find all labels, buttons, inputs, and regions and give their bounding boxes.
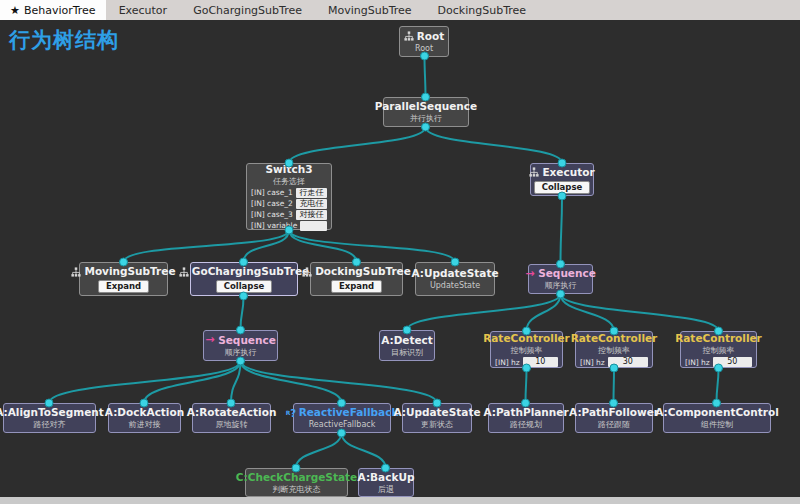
port-value-input[interactable] bbox=[300, 221, 327, 231]
node-switch3[interactable]: Switch3 任务选择 [IN] case_1 行走任务 [IN] case_… bbox=[246, 163, 332, 230]
node-title: Executor bbox=[542, 166, 594, 179]
tab-dockingsubtree[interactable]: DockingSubTree bbox=[425, 0, 539, 20]
node-subtitle: 顺序执行 bbox=[545, 281, 577, 291]
node-title: ReactiveFallback bbox=[299, 406, 399, 419]
port-label: [IN] hz bbox=[685, 358, 710, 367]
node-title: A:AlignToSegment bbox=[0, 406, 104, 419]
expand-button[interactable]: Expand bbox=[331, 280, 382, 293]
edge bbox=[49, 361, 241, 403]
tab-label: GoChargingSubTree bbox=[193, 4, 302, 17]
node-reactive-fallback[interactable]: R? ReactiveFallback ReactiveFallback bbox=[293, 403, 391, 433]
node-subtitle: Root bbox=[415, 44, 433, 54]
node-subtitle: 前进对接 bbox=[129, 420, 161, 430]
node-docking-subtree[interactable]: DockingSubTree Expand bbox=[310, 262, 403, 296]
edge bbox=[289, 230, 357, 262]
question-icon: R? bbox=[286, 408, 296, 418]
edge bbox=[614, 368, 615, 403]
node-align-to-segment[interactable]: A:AlignToSegment 路径对齐 bbox=[3, 403, 96, 433]
tab-gochargingsubtree[interactable]: GoChargingSubTree bbox=[180, 0, 315, 20]
edge bbox=[342, 433, 386, 468]
expand-button[interactable]: Expand bbox=[98, 280, 149, 293]
collapse-button[interactable]: Collapse bbox=[216, 280, 273, 293]
tab-executor[interactable]: Executor bbox=[106, 0, 180, 20]
node-title: Sequence bbox=[218, 334, 276, 347]
subtree-icon bbox=[529, 167, 539, 177]
collapse-button[interactable]: Collapse bbox=[534, 181, 591, 194]
horizontal-scrollbar[interactable] bbox=[0, 497, 800, 504]
port-value-input[interactable]: 对接任务 bbox=[296, 210, 327, 220]
tab-label: DockingSubTree bbox=[438, 4, 526, 17]
edge bbox=[425, 56, 426, 97]
node-subtitle: 组件控制 bbox=[701, 420, 733, 430]
node-subtitle: ReactiveFallback bbox=[309, 420, 376, 430]
node-title: RateController bbox=[571, 332, 658, 345]
node-title: RateController bbox=[483, 332, 570, 345]
edge bbox=[526, 368, 527, 403]
sequence-arrow-icon: → bbox=[525, 269, 535, 279]
node-subtitle: 路径跟随 bbox=[598, 420, 630, 430]
node-title: A:DockAction bbox=[105, 406, 184, 419]
node-rate-controller-1[interactable]: RateController 控制频率 [IN] hz 10 bbox=[490, 331, 563, 368]
node-title: Switch3 bbox=[266, 163, 313, 176]
tab-bar: ★ BehaviorTree Executor GoChargingSubTre… bbox=[0, 0, 800, 20]
star-icon: ★ bbox=[10, 5, 20, 16]
node-title: A:PathPlanner bbox=[483, 406, 568, 419]
tab-label: BehaviorTree bbox=[24, 4, 96, 17]
node-check-charge-state[interactable]: C:CheckChargeState 判断充电状态 bbox=[245, 468, 348, 497]
tab-label: MovingSubTree bbox=[328, 4, 412, 17]
tab-movingsubtree[interactable]: MovingSubTree bbox=[315, 0, 425, 20]
node-sequence-left[interactable]: → Sequence 顺序执行 bbox=[203, 330, 278, 361]
node-rotate-action[interactable]: A:RotateAction 原地旋转 bbox=[192, 403, 271, 433]
port-value-input[interactable]: 充电任务 bbox=[296, 199, 327, 209]
sequence-arrow-icon: → bbox=[205, 335, 215, 345]
node-title: DockingSubTree bbox=[315, 265, 411, 278]
node-title: ParallelSequence bbox=[375, 100, 477, 113]
subtree-icon bbox=[71, 267, 81, 277]
node-subtitle: 任务选择 bbox=[273, 177, 305, 187]
node-subtitle: 控制频率 bbox=[598, 346, 630, 356]
node-go-charging-subtree[interactable]: GoChargingSubTree Collapse bbox=[190, 262, 298, 296]
tab-label: Executor bbox=[119, 4, 167, 17]
node-rate-controller-2[interactable]: RateController 控制频率 [IN] hz 30 bbox=[575, 331, 653, 368]
edge bbox=[407, 294, 561, 330]
edge bbox=[144, 361, 241, 403]
node-subtitle: UpdateState bbox=[430, 281, 480, 291]
node-title: A:UpdateState bbox=[393, 406, 480, 419]
node-subtitle: 控制频率 bbox=[511, 346, 543, 356]
hz-value-input[interactable]: 10 bbox=[523, 357, 558, 367]
node-update-state-top[interactable]: A:UpdateState UpdateState bbox=[415, 262, 495, 296]
node-parallel-sequence[interactable]: ParallelSequence 并行执行 bbox=[383, 97, 469, 127]
node-detect[interactable]: A:Detect 目标识别 bbox=[379, 330, 435, 361]
node-component-control[interactable]: A:ComponentControl 组件控制 bbox=[663, 403, 771, 433]
node-subtitle: 并行执行 bbox=[410, 114, 442, 124]
node-root[interactable]: Root Root bbox=[399, 26, 449, 57]
node-executor[interactable]: Executor Collapse bbox=[530, 163, 594, 196]
port-label: [IN] case_1 bbox=[251, 188, 293, 197]
node-title: MovingSubTree bbox=[84, 265, 175, 278]
node-title: A:ComponentControl bbox=[655, 406, 779, 419]
node-moving-subtree[interactable]: MovingSubTree Expand bbox=[79, 262, 168, 296]
subtree-icon bbox=[179, 267, 189, 277]
port-value-input[interactable]: 行走任务 bbox=[296, 188, 327, 198]
node-subtitle: 判断充电状态 bbox=[273, 485, 321, 495]
node-dock-action[interactable]: A:DockAction 前进对接 bbox=[108, 403, 181, 433]
port-label: [IN] hz bbox=[580, 358, 605, 367]
tab-behaviortree[interactable]: ★ BehaviorTree bbox=[0, 0, 106, 20]
node-path-follower[interactable]: A:PathFollower 路径跟随 bbox=[575, 403, 653, 433]
node-sequence-right[interactable]: → Sequence 顺序执行 bbox=[528, 264, 593, 294]
node-title: GoChargingSubTree bbox=[192, 265, 309, 278]
hz-value-input[interactable]: 50 bbox=[713, 357, 752, 367]
graph-canvas[interactable]: 行为树结构 Root Root ParallelSequence 并行执行 bbox=[0, 20, 800, 497]
node-path-planner[interactable]: A:PathPlanner 路径规划 bbox=[488, 403, 564, 433]
port-label: [IN] variable bbox=[251, 221, 297, 230]
node-title: RateController bbox=[675, 332, 762, 345]
edge bbox=[241, 296, 244, 330]
hz-value-input[interactable]: 30 bbox=[608, 357, 648, 367]
node-rate-controller-3[interactable]: RateController 控制频率 [IN] hz 50 bbox=[680, 331, 757, 368]
subtree-icon bbox=[302, 267, 312, 277]
node-back-up[interactable]: A:BackUp 后退 bbox=[358, 468, 414, 497]
node-update-state-bottom[interactable]: A:UpdateState 更新状态 bbox=[402, 403, 472, 433]
edge bbox=[241, 361, 342, 403]
node-subtitle: 原地旋转 bbox=[216, 420, 248, 430]
edge bbox=[289, 230, 455, 262]
